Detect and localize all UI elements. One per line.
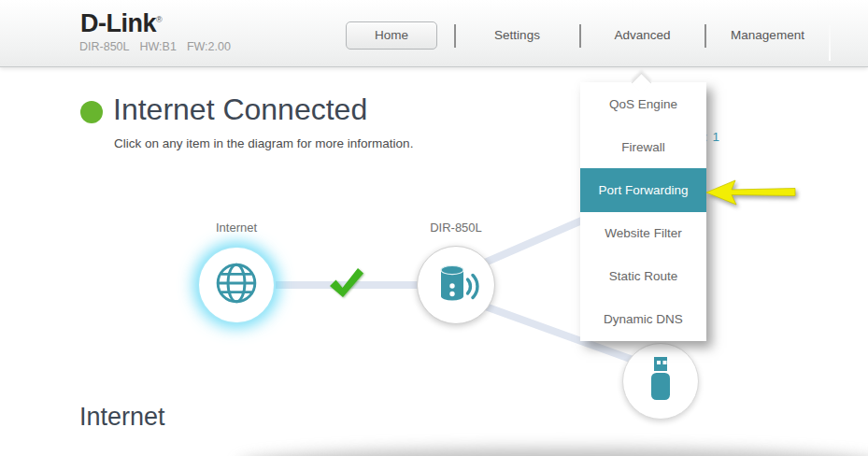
router-node[interactable]: [417, 246, 495, 324]
clients-count-value: 1: [713, 130, 720, 144]
menu-item-port-forwarding[interactable]: Port Forwarding: [580, 168, 706, 211]
wireless-router-icon: [433, 260, 479, 310]
device-hw-version: HW:B1: [140, 40, 177, 53]
internet-node[interactable]: [197, 246, 276, 324]
nav-separator: [829, 25, 831, 61]
menu-item-qos-engine[interactable]: QoS Engine: [580, 82, 706, 125]
nav-tab-home[interactable]: Home: [346, 21, 437, 50]
device-model: DIR-850L: [79, 40, 130, 53]
menu-item-static-route[interactable]: Static Route: [580, 255, 706, 298]
device-fw-version: FW:2.00: [187, 40, 231, 53]
usb-drive-icon: [644, 355, 677, 407]
nav-tab-management[interactable]: Management: [705, 21, 830, 50]
page-subtitle: Click on any item in the diagram for mor…: [114, 136, 413, 150]
device-info: DIR-850LHW:B1FW:2.00: [79, 40, 241, 53]
internet-node-label: Internet: [190, 221, 283, 235]
header-bar: D-Link® DIR-850LHW:B1FW:2.00 Home Settin…: [0, 0, 868, 67]
nav-tab-advanced[interactable]: Advanced: [580, 21, 704, 50]
nav-tab-settings[interactable]: Settings: [455, 21, 579, 50]
green-check-icon: [330, 268, 363, 298]
globe-icon: [214, 261, 259, 309]
connection-status-dot: [80, 101, 103, 123]
menu-item-dynamic-dns[interactable]: Dynamic DNS: [580, 298, 706, 341]
menu-item-firewall[interactable]: Firewall: [580, 125, 706, 168]
router-node-label: DIR-850L: [409, 221, 503, 235]
registered-mark: ®: [156, 15, 162, 24]
usb-node[interactable]: [622, 343, 699, 420]
dlink-logo: D-Link®: [80, 9, 162, 38]
section-title-internet: Internet: [79, 403, 165, 432]
advanced-dropdown-menu: QoS Engine Firewall Port Forwarding Webs…: [580, 82, 706, 341]
page-title: Internet Connected: [113, 93, 367, 127]
yellow-left-arrow-icon: [703, 176, 800, 209]
router-admin-page: D-Link® DIR-850LHW:B1FW:2.00 Home Settin…: [0, 0, 868, 456]
menu-item-website-filter[interactable]: Website Filter: [580, 212, 706, 255]
